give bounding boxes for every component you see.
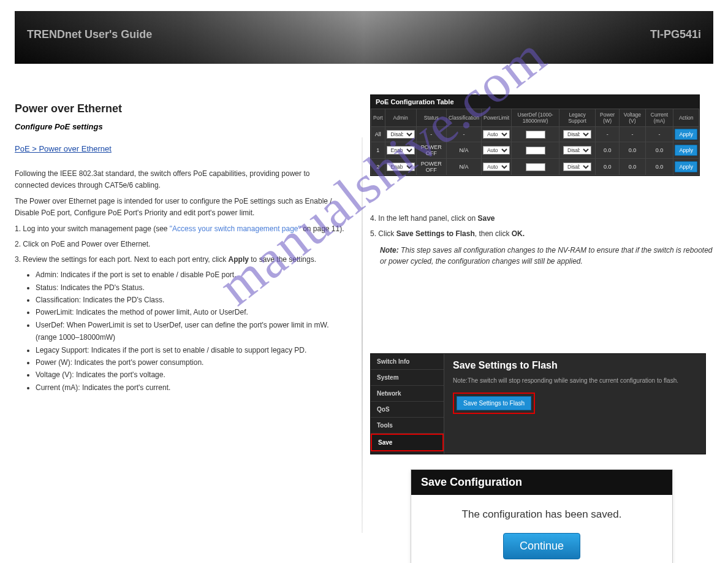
banner-title-left: TRENDnet User's Guide: [27, 28, 152, 41]
step-2: 2. Click on PoE and Power over Ethernet.: [15, 239, 346, 250]
legacy-select[interactable]: Disabled: [563, 163, 591, 171]
step-4: 4. In the left hand panel, click on Save: [370, 213, 713, 224]
sidebar-item-network[interactable]: Network: [371, 386, 444, 402]
apply-button[interactable]: Apply: [675, 161, 697, 172]
admin-select[interactable]: Disabled: [387, 130, 415, 139]
cell-classification: -: [446, 127, 481, 142]
poe-header-row: Port Admin Status Classification PowerLi…: [371, 109, 699, 127]
userdef-input[interactable]: [526, 147, 545, 155]
cell-status: POWER OFF: [416, 159, 446, 175]
cell-power: -: [596, 127, 620, 142]
cell-port: All: [371, 127, 385, 142]
cell-classification: N/A: [446, 159, 481, 175]
sidebar-item-tools[interactable]: Tools: [371, 418, 444, 434]
th-admin: Admin: [385, 109, 416, 127]
sidebar-item-save[interactable]: Save: [371, 434, 444, 451]
sidebar-item-system[interactable]: System: [371, 370, 444, 386]
intro-paragraph-2: The Power over Ethernet page is intended…: [15, 196, 346, 218]
sidebar-item-qos[interactable]: QoS: [371, 402, 444, 418]
save-settings-panel: Switch Info System Network QoS Tools Sav…: [370, 353, 706, 454]
cell-voltage: 0.0: [620, 142, 645, 159]
banner-title-right: TI-PG541i: [650, 28, 701, 41]
poe-row: AllDisabled--AutoDisabled---Apply: [371, 127, 699, 142]
cell-current: 0.0: [645, 159, 673, 175]
header-banner: TRENDnet User's Guide TI-PG541i: [15, 11, 713, 64]
step-1-link[interactable]: "Access your switch management page": [170, 224, 301, 233]
poe-table-title: PoE Configuration Table: [371, 95, 699, 109]
bullet-userdef: UserDef: When PowerLimit is set to UserD…: [36, 319, 346, 344]
cell-power: 0.0: [596, 159, 620, 175]
cell-voltage: 0.0: [620, 159, 645, 175]
th-userdef: UserDef (1000-18000mW): [512, 109, 559, 127]
poe-row: 2EnabledPOWER OFFN/AAutoDisabled0.00.00.…: [371, 159, 699, 175]
apply-button[interactable]: Apply: [675, 129, 697, 140]
cell-power: 0.0: [596, 142, 620, 159]
bullet-voltage: Voltage (V): Indicates the port's voltag…: [36, 369, 346, 381]
bullet-legacy: Legacy Support: Indicates if the port is…: [36, 344, 346, 356]
legacy-select[interactable]: Disabled: [563, 130, 591, 139]
continue-button[interactable]: Continue: [503, 533, 580, 559]
cell-classification: N/A: [446, 142, 481, 159]
th-voltage: Voltage (V): [620, 109, 645, 127]
poe-configuration-table: PoE Configuration Table Port Admin Statu…: [370, 94, 700, 176]
userdef-input[interactable]: [526, 163, 545, 171]
dialog-title: Save Configuration: [411, 470, 672, 495]
powerlimit-select[interactable]: Auto: [483, 163, 510, 171]
cell-voltage: -: [620, 127, 645, 142]
legacy-select[interactable]: Disabled: [563, 146, 591, 155]
powerlimit-select[interactable]: Auto: [483, 130, 510, 139]
th-power: Power (W): [596, 109, 620, 127]
bullet-classification: Classification: Indicates the PD's Class…: [36, 294, 346, 306]
cell-current: 0.0: [645, 142, 673, 159]
intro-paragraph-1: Following the IEEE 802.3at standard, the…: [15, 168, 346, 191]
th-current: Current (mA): [645, 109, 673, 127]
th-classification: Classification: [446, 109, 481, 127]
admin-select[interactable]: Enabled: [387, 146, 415, 155]
cell-port: 1: [371, 142, 385, 159]
bullet-powerlimit: PowerLimit: Indicates the method of powe…: [36, 306, 346, 318]
sidebar-item-switch-info[interactable]: Switch Info: [371, 354, 444, 370]
subsection-title: Configure PoE settings: [15, 121, 346, 133]
bullet-power: Power (W): Indicates the port's power co…: [36, 356, 346, 369]
th-powerlimit: PowerLimit: [482, 109, 512, 127]
save-button-highlight: Save Settings to Flash: [453, 393, 535, 414]
save-settings-button[interactable]: Save Settings to Flash: [457, 396, 531, 410]
th-legacy: Legacy Support: [559, 109, 596, 127]
apply-button[interactable]: Apply: [675, 145, 697, 156]
cell-port: 2: [371, 159, 385, 175]
save-sidebar: Switch Info System Network QoS Tools Sav…: [371, 354, 444, 454]
poe-row: 1EnabledPOWER OFFN/AAutoDisabled0.00.00.…: [371, 142, 699, 159]
bullet-current: Current (mA): Indicates the port's curre…: [36, 381, 346, 394]
column-divider: [362, 137, 363, 533]
section-title: Power over Ethernet: [15, 101, 346, 117]
step-5-note: Note: This step saves all configuration …: [370, 245, 713, 267]
dialog-message: The configuration has been saved.: [417, 508, 666, 521]
step-5: 5. Click Save Settings to Flash, then cl…: [370, 228, 713, 240]
admin-select[interactable]: Enabled: [387, 163, 415, 171]
th-port: Port: [371, 109, 385, 127]
step-1: 1. Log into your switch management page …: [15, 223, 346, 235]
save-configuration-dialog: Save Configuration The configuration has…: [411, 469, 673, 563]
cell-status: POWER OFF: [416, 142, 446, 159]
save-panel-title: Save Settings to Flash: [453, 360, 697, 371]
cell-status: -: [416, 127, 446, 142]
powerlimit-select[interactable]: Auto: [483, 146, 510, 155]
bullet-admin: Admin: Indicates if the port is set to e…: [36, 269, 346, 281]
bullet-status: Status: Indicates the PD's Status.: [36, 282, 346, 294]
userdef-input[interactable]: [526, 131, 545, 139]
step-3: 3. Review the settings for each port. Ne…: [15, 254, 346, 266]
nav-path-link[interactable]: PoE > Power over Ethernet: [15, 143, 112, 155]
th-status: Status: [416, 109, 446, 127]
th-action: Action: [673, 109, 699, 127]
cell-current: -: [645, 127, 673, 142]
save-panel-note: Note:The switch will stop responding whi…: [453, 377, 697, 384]
